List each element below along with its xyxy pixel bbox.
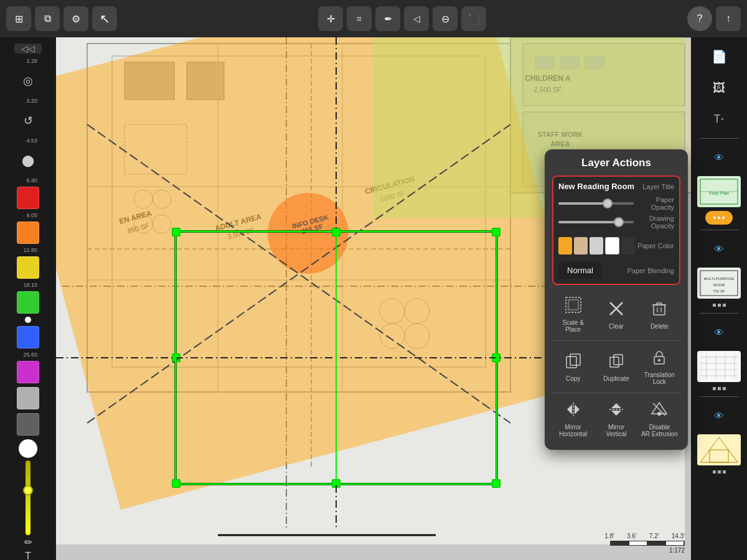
pen-bottom-tool[interactable]: ✏ xyxy=(14,536,42,548)
paper-opacity-thumb[interactable] xyxy=(603,198,613,208)
color-magenta[interactable] xyxy=(17,361,39,383)
color-slider[interactable] xyxy=(26,460,31,535)
help-button[interactable]: ? xyxy=(687,6,712,31)
layer-name-text[interactable]: New Reading Room xyxy=(558,182,634,191)
color-dark-gray[interactable] xyxy=(17,413,39,436)
layer-3-eye[interactable]: 👁 xyxy=(705,319,733,347)
layer-2-dots[interactable] xyxy=(713,304,726,307)
ruler-scale-text: 1:172 xyxy=(669,547,685,554)
add-image-button[interactable]: 🖼 xyxy=(705,74,733,101)
handle-bm[interactable] xyxy=(332,479,341,488)
color-orange[interactable] xyxy=(17,222,39,244)
disable-ar-icon xyxy=(651,401,668,421)
camera-button[interactable]: ⬛ xyxy=(461,6,486,31)
svg-point-84 xyxy=(658,359,660,362)
drawing-opacity-thumb[interactable] xyxy=(614,217,624,227)
disable-ar-button[interactable]: DisableAR Extrusion xyxy=(639,396,680,442)
drawing-opacity-label: Drawing Opacity xyxy=(634,215,674,230)
mirror-vertical-button[interactable]: MirrorVertical xyxy=(595,396,637,442)
paper-color-picker[interactable] xyxy=(558,237,635,254)
remove-button[interactable]: ⊖ xyxy=(433,6,458,31)
handle-tr[interactable] xyxy=(492,228,500,236)
layer-4-thumbnail[interactable] xyxy=(697,434,741,465)
cursor-button[interactable]: ↖ xyxy=(92,6,117,31)
handle-ml[interactable] xyxy=(172,353,181,362)
layer-1-dots-button[interactable] xyxy=(705,211,733,225)
pen-button[interactable]: ✒ xyxy=(375,6,400,31)
translation-lock-label: TranslationLock xyxy=(644,371,675,385)
handle-tl[interactable] xyxy=(172,228,181,236)
split-button[interactable]: ⌗ xyxy=(347,6,372,31)
color-light-gray[interactable] xyxy=(17,387,39,409)
color-red[interactable] xyxy=(17,187,39,209)
clear-button[interactable]: Clear xyxy=(595,291,637,338)
grid-view-button[interactable]: ⊞ xyxy=(6,6,31,31)
duplicate-button[interactable]: Duplicate xyxy=(595,343,637,390)
add-text-button[interactable]: T+ xyxy=(705,105,733,133)
mirror-horizontal-button[interactable]: MirrorHorizontal xyxy=(552,396,594,442)
layer-2-thumbnail[interactable]: MULTI-PURPOSE ROOM 752 SF xyxy=(697,268,741,299)
layer-4-eye[interactable]: 👁 xyxy=(705,403,733,430)
translation-lock-icon xyxy=(651,348,668,369)
add-page-button[interactable]: 📄 xyxy=(705,43,733,70)
lasso-tool[interactable]: ◎ xyxy=(14,67,42,95)
layer-title-row: New Reading Room Layer Title xyxy=(558,182,674,191)
scale-ruler: 1.8' 3.6' 7.2' 14.3' 1:172 xyxy=(604,533,685,554)
color-swatch-dark[interactable] xyxy=(621,237,635,254)
paper-opacity-slider[interactable] xyxy=(558,197,634,210)
dot-1 xyxy=(713,217,716,219)
layer-4-dots[interactable] xyxy=(713,470,726,474)
layer-2-eye[interactable]: 👁 xyxy=(705,236,733,263)
color-swatch-white[interactable] xyxy=(605,237,620,254)
copy-button[interactable]: Copy xyxy=(552,343,594,390)
clear-label: Clear xyxy=(609,323,624,330)
back-button[interactable]: ◁◁ xyxy=(14,44,42,54)
eyedropper-tool[interactable]: ⬤ xyxy=(14,147,42,174)
panel-divider-4 xyxy=(700,396,739,397)
layer-properties-box: New Reading Room Layer Title Paper Opaci… xyxy=(552,175,680,285)
d2 xyxy=(718,470,721,474)
paper-opacity-label: Paper Opacity xyxy=(634,196,674,211)
handle-tm[interactable] xyxy=(332,228,341,236)
main-drawing-rect[interactable] xyxy=(174,230,498,485)
svg-text:752 SF: 752 SF xyxy=(713,289,725,293)
color-swatch-gray[interactable] xyxy=(590,237,603,254)
delete-button[interactable]: Delete xyxy=(639,291,680,338)
layer-1-thumbnail[interactable]: Floor Plan xyxy=(697,176,741,207)
scale-place-label: Scale &Place xyxy=(562,319,583,333)
size-9.05: 9.05 xyxy=(16,212,40,218)
action-divider-2 xyxy=(552,393,680,393)
translation-lock-button[interactable]: TranslationLock xyxy=(639,343,680,390)
color-swatch-tan[interactable] xyxy=(574,237,588,254)
eraser-button[interactable]: ◁ xyxy=(404,6,429,31)
handle-br[interactable] xyxy=(492,479,500,488)
color-yellow[interactable] xyxy=(17,256,39,279)
size-4.53: 4.53 xyxy=(16,138,40,144)
size-6.40: 6.40 xyxy=(16,177,40,184)
scale-place-button[interactable]: Scale &Place xyxy=(552,291,594,338)
color-green[interactable] xyxy=(17,291,39,314)
text-bottom-tool[interactable]: T xyxy=(14,551,42,560)
layer-1-eye[interactable]: 👁 xyxy=(705,144,733,172)
color-blue[interactable] xyxy=(17,326,39,348)
handle-bl[interactable] xyxy=(172,479,181,488)
paper-opacity-fill xyxy=(558,202,608,205)
svg-marker-86 xyxy=(567,404,572,414)
handle-mr[interactable] xyxy=(492,353,500,362)
move-button[interactable]: ✛ xyxy=(318,6,343,31)
slider-thumb[interactable] xyxy=(23,485,33,495)
drawing-opacity-slider[interactable] xyxy=(558,216,634,228)
mirror-vertical-label: MirrorVertical xyxy=(606,424,627,437)
arrow-tool[interactable]: ↺ xyxy=(14,107,42,134)
settings-button[interactable]: ⚙ xyxy=(63,6,88,31)
ruler-label-start: 1.8' xyxy=(604,533,614,539)
share-button[interactable]: ↑ xyxy=(716,6,741,31)
blending-button[interactable]: Normal xyxy=(558,262,602,279)
d3 xyxy=(723,470,726,474)
dot-3 xyxy=(722,217,725,219)
svg-text:MULTI-PURPOSE: MULTI-PURPOSE xyxy=(704,277,735,281)
color-swatch-orange[interactable] xyxy=(558,237,572,254)
layer-3-thumbnail[interactable] xyxy=(697,351,741,382)
layer-3-dots[interactable] xyxy=(713,387,726,390)
layers-button[interactable]: ⧉ xyxy=(35,6,60,31)
